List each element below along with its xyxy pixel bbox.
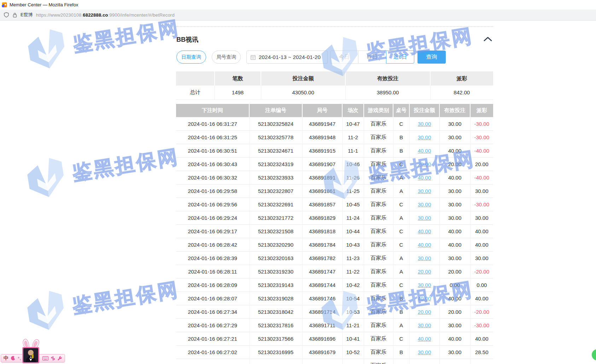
- url-text[interactable]: https://www20230108.6822888.co:9900/infe…: [36, 12, 175, 18]
- table-cell: 2024-01-16 06:29:56: [176, 198, 249, 211]
- round-query-button[interactable]: 局号查询: [212, 51, 241, 64]
- summary-col-header: 派彩: [430, 71, 493, 86]
- table-cell: -20.00: [470, 265, 493, 278]
- bet-amount-link[interactable]: 40.00: [418, 148, 431, 154]
- bet-amount-link[interactable]: 20.00: [418, 161, 431, 167]
- bet-amount-link[interactable]: 30.00: [418, 121, 431, 127]
- today-button[interactable]: 今日: [330, 51, 358, 64]
- table-cell: 521302319028: [249, 292, 302, 305]
- wrench-icon[interactable]: [57, 356, 62, 361]
- table-cell: 521302321508: [249, 224, 302, 238]
- table-cell: 百家乐: [364, 345, 393, 359]
- table-cell: 2024-01-16 06:28:09: [176, 278, 249, 292]
- table-cell: 30.00: [409, 184, 439, 198]
- date-query-button[interactable]: 日期查询: [176, 51, 206, 64]
- table-cell: 百家乐: [364, 238, 393, 251]
- ime-mode-button[interactable]: 中: [4, 355, 8, 362]
- bet-amount-link[interactable]: 30.00: [418, 134, 431, 140]
- bet-col-header: 桌号: [393, 104, 409, 117]
- table-row: 2024-01-16 06:27:02521302316995436891679…: [176, 345, 493, 359]
- bet-amount-link[interactable]: 30.00: [418, 322, 431, 328]
- table-cell: 30.00: [439, 318, 470, 332]
- table-cell: C: [393, 278, 409, 292]
- bet-table-body: 2024-01-16 06:31:27521302325824436891947…: [176, 117, 493, 364]
- bet-amount-link[interactable]: 30.00: [418, 349, 431, 355]
- table-cell: 436891829: [302, 211, 342, 224]
- table-row: 2024-01-16 06:28:09521302319143436891744…: [176, 278, 493, 292]
- bet-amount-link[interactable]: 40.00: [418, 242, 431, 248]
- last-8-days-button[interactable]: 近8日: [386, 51, 414, 64]
- calendar-icon: [250, 54, 256, 60]
- table-cell: 百家乐: [364, 278, 393, 292]
- table-cell: 百家乐: [364, 198, 393, 211]
- moon-icon[interactable]: [11, 356, 16, 361]
- table-cell: 百家乐: [364, 305, 393, 318]
- table-cell: 10-52: [342, 345, 364, 359]
- bet-amount-link[interactable]: 20.00: [418, 269, 431, 275]
- bet-col-header: 注单编号: [249, 104, 302, 117]
- table-row: 2024-01-16 06:27:34521302318042436891714…: [176, 305, 493, 318]
- summary-col-header: 笔数: [215, 71, 261, 86]
- table-cell: B: [393, 292, 409, 305]
- bet-amount-link[interactable]: 40.00: [418, 228, 431, 234]
- bet-amount-link[interactable]: 40.00: [418, 295, 431, 301]
- bet-table-head-row: 下注时间注单编号局号场次游戏类别桌号投注金额有效投注派彩: [176, 104, 493, 117]
- browser-urlbar[interactable]: E世博 https://www20230108.6822888.co:9900/…: [0, 10, 596, 20]
- table-cell: 436891948: [302, 130, 342, 144]
- watermark-text: 鉴黑担保网: [70, 276, 181, 320]
- table-cell: -30.00: [470, 130, 493, 144]
- bet-amount-link[interactable]: 30.00: [418, 282, 431, 288]
- table-cell: 30.00: [470, 184, 493, 198]
- keyboard-icon[interactable]: [42, 356, 48, 360]
- table-cell: 2024-01-16 06:29:58: [176, 184, 249, 198]
- table-cell: 10-47: [342, 117, 364, 130]
- table-cell: 10-53: [342, 305, 364, 318]
- bet-amount-link[interactable]: 30.00: [418, 188, 431, 194]
- table-cell: [342, 359, 364, 364]
- table-cell: 40.00: [439, 171, 470, 184]
- table-cell: C: [393, 117, 409, 130]
- bet-amount-link[interactable]: 30.00: [418, 255, 431, 261]
- table-cell: 40.00: [409, 224, 439, 238]
- table-cell: 10-42: [342, 278, 364, 292]
- lock-icon[interactable]: [12, 12, 17, 18]
- watermark-text: 鉴黑担保网: [71, 15, 182, 58]
- table-cell: 30.00: [409, 117, 439, 130]
- toggle-icon[interactable]: [51, 356, 55, 361]
- summary-cell: 38950.00: [345, 86, 430, 99]
- table-cell: 10-45: [342, 198, 364, 211]
- shield-icon[interactable]: [4, 12, 9, 18]
- table-cell: B: [393, 305, 409, 318]
- table-cell: 2024-01-16 06:29:17: [176, 224, 249, 238]
- punctuation-icon[interactable]: °,: [18, 356, 21, 360]
- table-cell: 521302316995: [249, 345, 302, 359]
- bet-amount-link[interactable]: 30.00: [418, 201, 431, 207]
- table-cell: 2024-01-16 06:30:43: [176, 157, 249, 171]
- table-cell: 521302317566: [249, 332, 302, 345]
- watermark-text: 鉴黑担保网: [70, 143, 181, 187]
- table-row: 2024-01-16 06:28:42521302320290436891784…: [176, 238, 493, 251]
- bet-amount-link[interactable]: 40.00: [418, 175, 431, 181]
- table-cell: 30.00: [409, 130, 439, 144]
- table-cell: 40.00: [439, 332, 470, 345]
- table-cell: 2024-01-16 06:30:32: [176, 171, 249, 184]
- browser-window: Member Center — Mozilla Firefox E世博 http…: [0, 0, 596, 364]
- search-button[interactable]: 查询: [417, 51, 446, 64]
- green-float-widget[interactable]: [592, 349, 596, 360]
- table-cell: 40.00: [470, 238, 493, 251]
- yesterday-button[interactable]: 昨日: [358, 51, 386, 64]
- table-cell: 百家乐: [364, 318, 393, 332]
- table-cell: 10-43: [342, 238, 364, 251]
- page-title: BB视讯: [176, 35, 198, 44]
- bet-col-header: 局号: [302, 104, 342, 117]
- bet-amount-link[interactable]: 20.00: [418, 309, 431, 315]
- table-cell: 436891947: [302, 117, 342, 130]
- table-cell: 百家乐: [364, 211, 393, 224]
- bet-amount-link[interactable]: 40.00: [418, 336, 431, 342]
- chevron-up-icon[interactable]: [484, 36, 492, 43]
- bunny-photo[interactable]: [21, 338, 40, 364]
- table-row: 2024-01-16 06:29:58521302322807436891861…: [176, 184, 493, 198]
- date-range-input[interactable]: 2024-01-13 ~ 2024-01-20: [246, 51, 328, 64]
- bet-amount-link[interactable]: 30.00: [418, 215, 431, 221]
- table-cell: A: [393, 211, 409, 224]
